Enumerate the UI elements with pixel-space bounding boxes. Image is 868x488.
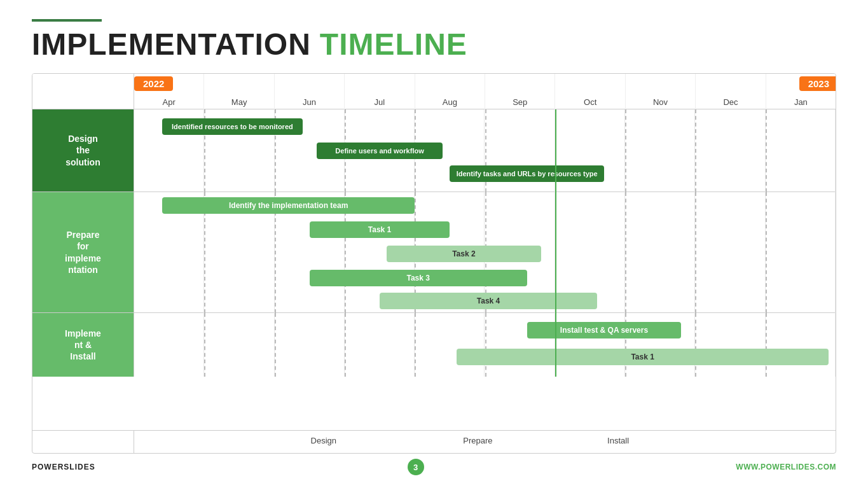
month-nov: Nov xyxy=(626,74,696,109)
bar-prepare-task3: Task 3 xyxy=(310,270,527,286)
bar-prepare-task4: Task 4 xyxy=(380,293,597,309)
month-jul: Jul xyxy=(345,74,415,109)
page-title: IMPLEMENTATION TIMELINE xyxy=(32,27,836,62)
gantt-chart: 2022 2023 Apr May Jun Jul Aug Sep Oct No… xyxy=(32,73,836,454)
bar-prepare-task1: Task 1 xyxy=(310,221,450,238)
month-aug: Aug xyxy=(415,74,485,109)
page-number: 3 xyxy=(408,459,424,475)
footer-brand-left: POWERSLIDES xyxy=(32,463,95,471)
section-rows-install: Install test & QA servers Task 1 xyxy=(134,313,836,377)
bar-install-task1: Task 1 xyxy=(457,349,829,365)
section-rows-prepare: Identify the implementation team Task 1 … xyxy=(134,192,836,313)
month-oct: Oct xyxy=(555,74,625,109)
gantt-header: 2022 2023 Apr May Jun Jul Aug Sep Oct No… xyxy=(32,74,836,109)
bar-identify-tasks: Identify tasks and URLs by resources typ… xyxy=(450,165,604,182)
footer-month-labels: Design Prepare Install xyxy=(134,431,836,453)
section-label-install: Implement &Install xyxy=(32,313,134,377)
header-label-col xyxy=(32,74,134,109)
gantt-months: 2022 2023 Apr May Jun Jul Aug Sep Oct No… xyxy=(134,74,836,109)
footer-label-prepare: Prepare xyxy=(463,436,492,445)
page-footer: POWERSLIDES 3 WWW.POWERLIDES.COM xyxy=(32,454,836,475)
bar-identified-resources: Identified resources to be monitored xyxy=(162,118,303,135)
footer-phase-labels: Design Prepare Install xyxy=(32,430,836,453)
section-prepare: Prepareforimplementation Identify the im… xyxy=(32,192,836,313)
footer-brand-right: WWW.POWERLIDES.COM xyxy=(736,463,836,471)
month-dec: Dec xyxy=(696,74,766,109)
section-rows-design: Identified resources to be monitored Def… xyxy=(134,109,836,192)
footer-label-install: Install xyxy=(607,436,629,445)
header-accent-line xyxy=(32,19,102,22)
gantt-body: Designthesolution Identified resources t… xyxy=(32,109,836,430)
section-install: Implement &Install Install test & QA ser… xyxy=(32,313,836,377)
title-part1: IMPLEMENTATION xyxy=(32,27,311,62)
month-may: May xyxy=(204,74,274,109)
month-jun: Jun xyxy=(275,74,345,109)
bar-prepare-task2: Task 2 xyxy=(387,246,541,262)
page: IMPLEMENTATION TIMELINE 2022 2023 Apr Ma… xyxy=(0,0,868,488)
bar-install-qa: Install test & QA servers xyxy=(527,322,682,338)
footer-spacer xyxy=(32,431,134,453)
section-label-prepare: Prepareforimplementation xyxy=(32,192,134,312)
section-label-design: Designthesolution xyxy=(32,109,134,192)
month-sep: Sep xyxy=(485,74,555,109)
title-part2: TIMELINE xyxy=(320,27,467,62)
footer-label-design: Design xyxy=(311,436,336,445)
bar-impl-team: Identify the implementation team xyxy=(162,197,415,214)
year-2023-badge: 2023 xyxy=(799,76,836,91)
year-2022-badge: 2022 xyxy=(134,76,173,91)
bar-define-users: Define users and workflow xyxy=(317,143,443,159)
section-design: Designthesolution Identified resources t… xyxy=(32,109,836,192)
